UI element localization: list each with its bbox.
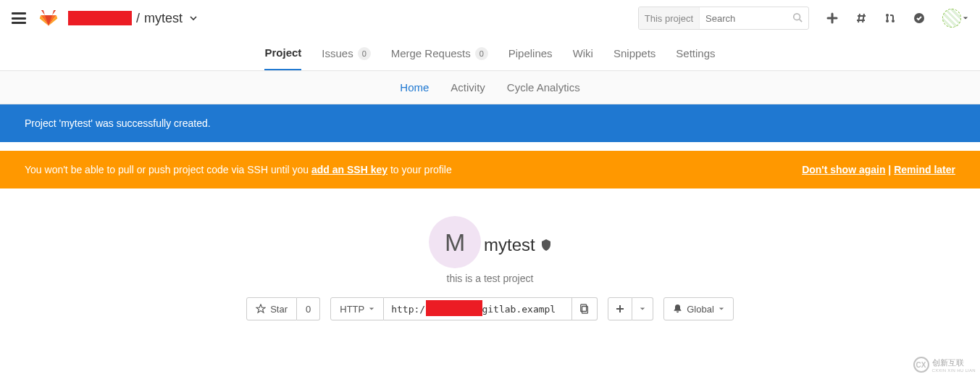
remind-later-link[interactable]: Remind later <box>894 164 955 175</box>
tab-snippets[interactable]: Snippets <box>613 46 656 70</box>
subtab-home[interactable]: Home <box>400 81 429 94</box>
search-scope[interactable]: This project <box>639 7 700 29</box>
top-icons <box>826 9 968 28</box>
svg-point-3 <box>886 20 889 22</box>
star-button[interactable]: Star <box>246 297 297 320</box>
add-ssh-key-link[interactable]: add an SSH key <box>311 164 388 175</box>
plus-icon <box>616 304 624 313</box>
hash-icon[interactable] <box>855 12 867 24</box>
caret-down-icon <box>963 15 968 21</box>
star-icon <box>256 304 266 314</box>
project-subtabs: Home Activity Cycle Analytics <box>0 71 980 104</box>
chevron-down-icon[interactable] <box>190 12 197 24</box>
bell-icon <box>673 304 682 314</box>
clone-group: HTTP <box>330 297 598 320</box>
issues-count-badge: 0 <box>358 47 371 60</box>
copy-icon <box>579 304 590 314</box>
breadcrumb-project[interactable]: mytest <box>144 11 183 26</box>
project-description: this is a test project <box>0 273 980 284</box>
tab-settings[interactable]: Settings <box>676 46 715 70</box>
project-avatar: M <box>429 216 481 268</box>
project-header: M mytest this is a test project Star 0 H… <box>0 188 980 335</box>
breadcrumb-separator: / <box>136 11 140 26</box>
tab-project[interactable]: Project <box>264 46 301 70</box>
project-actions: Star 0 HTTP <box>0 297 980 320</box>
copy-url-button[interactable] <box>572 297 598 320</box>
ssh-warning-message: You won't be able to pull or push projec… <box>25 164 452 175</box>
subtab-activity[interactable]: Activity <box>451 81 485 94</box>
merge-request-icon[interactable] <box>884 12 896 24</box>
star-group: Star 0 <box>246 297 320 320</box>
star-count: 0 <box>297 297 320 320</box>
ssh-warning-banner: You won't be able to pull or push projec… <box>0 151 980 188</box>
breadcrumb: / mytest <box>68 11 197 26</box>
tab-issues[interactable]: Issues0 <box>322 46 370 70</box>
caret-down-icon <box>719 306 724 312</box>
user-avatar-icon <box>942 9 961 28</box>
svg-point-4 <box>892 20 895 22</box>
search-box[interactable]: This project <box>638 7 809 30</box>
plus-icon[interactable] <box>826 12 838 24</box>
dont-show-again-link[interactable]: Don't show again <box>802 164 885 175</box>
clone-url-redaction <box>426 300 482 316</box>
project-tabs: Project Issues0 Merge Requests0 Pipeline… <box>0 36 980 71</box>
caret-down-icon <box>369 306 374 312</box>
hamburger-menu-icon[interactable] <box>12 11 26 25</box>
user-menu[interactable] <box>942 9 968 28</box>
svg-line-1 <box>800 19 803 22</box>
search-input[interactable] <box>700 13 787 24</box>
tab-merge-requests[interactable]: Merge Requests0 <box>391 46 488 70</box>
visibility-private-icon <box>541 235 551 255</box>
svg-point-0 <box>794 13 800 20</box>
subtab-cycle-analytics[interactable]: Cycle Analytics <box>507 81 580 94</box>
topbar: / mytest This project <box>0 0 980 36</box>
breadcrumb-owner[interactable] <box>68 11 132 25</box>
todo-check-icon[interactable] <box>913 12 925 24</box>
tab-wiki[interactable]: Wiki <box>573 46 593 70</box>
add-dropdown[interactable] <box>632 297 653 320</box>
success-banner: Project 'mytest' was successfully create… <box>0 104 980 142</box>
protocol-dropdown[interactable]: HTTP <box>330 297 384 320</box>
add-group <box>608 297 653 320</box>
caret-down-icon <box>640 306 645 312</box>
tab-pipelines[interactable]: Pipelines <box>508 46 553 70</box>
success-message: Project 'mytest' was successfully create… <box>25 117 211 129</box>
mr-count-badge: 0 <box>475 47 488 60</box>
project-title: mytest <box>484 235 551 255</box>
gitlab-logo-icon[interactable] <box>39 8 58 29</box>
svg-point-2 <box>886 14 889 17</box>
add-button[interactable] <box>608 297 632 320</box>
search-icon[interactable] <box>787 12 808 25</box>
notification-dropdown[interactable]: Global <box>663 297 734 320</box>
